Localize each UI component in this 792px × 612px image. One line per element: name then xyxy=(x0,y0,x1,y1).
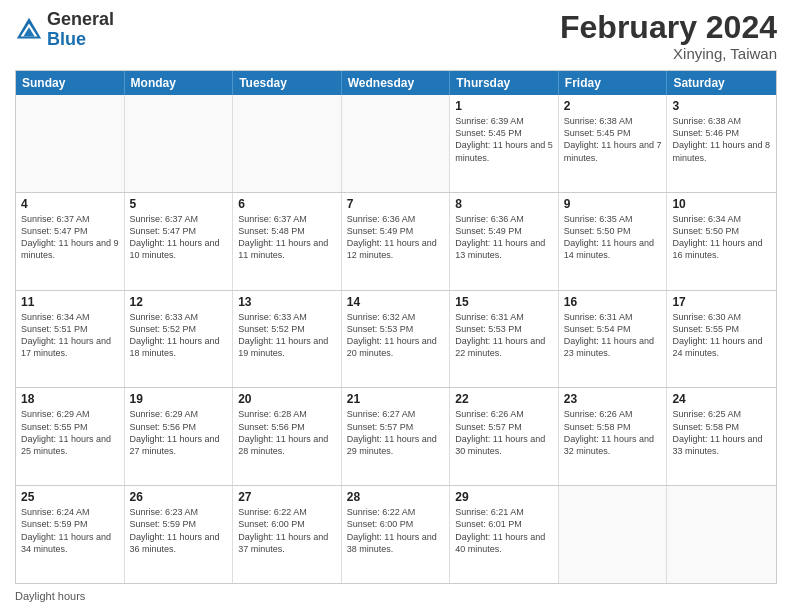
footer: Daylight hours xyxy=(15,590,777,602)
logo: General Blue xyxy=(15,10,114,50)
day-info: Sunrise: 6:35 AMSunset: 5:50 PMDaylight:… xyxy=(564,213,662,262)
day-number: 5 xyxy=(130,197,228,211)
day-number: 9 xyxy=(564,197,662,211)
location: Xinying, Taiwan xyxy=(560,45,777,62)
day-info: Sunrise: 6:22 AMSunset: 6:00 PMDaylight:… xyxy=(238,506,336,555)
header: General Blue February 2024 Xinying, Taiw… xyxy=(15,10,777,62)
calendar-cell xyxy=(16,95,125,192)
calendar-header-cell: Thursday xyxy=(450,71,559,95)
month-year: February 2024 xyxy=(560,10,777,45)
calendar-cell xyxy=(342,95,451,192)
logo-blue-text: Blue xyxy=(47,30,114,50)
calendar-cell: 5Sunrise: 6:37 AMSunset: 5:47 PMDaylight… xyxy=(125,193,234,290)
day-info: Sunrise: 6:33 AMSunset: 5:52 PMDaylight:… xyxy=(238,311,336,360)
calendar-cell: 11Sunrise: 6:34 AMSunset: 5:51 PMDayligh… xyxy=(16,291,125,388)
day-number: 11 xyxy=(21,295,119,309)
logo-text: General Blue xyxy=(47,10,114,50)
day-info: Sunrise: 6:37 AMSunset: 5:47 PMDaylight:… xyxy=(21,213,119,262)
calendar-cell xyxy=(559,486,668,583)
logo-general-text: General xyxy=(47,10,114,30)
day-info: Sunrise: 6:37 AMSunset: 5:47 PMDaylight:… xyxy=(130,213,228,262)
calendar-cell: 6Sunrise: 6:37 AMSunset: 5:48 PMDaylight… xyxy=(233,193,342,290)
day-info: Sunrise: 6:34 AMSunset: 5:51 PMDaylight:… xyxy=(21,311,119,360)
calendar-header-cell: Friday xyxy=(559,71,668,95)
day-info: Sunrise: 6:36 AMSunset: 5:49 PMDaylight:… xyxy=(347,213,445,262)
day-info: Sunrise: 6:29 AMSunset: 5:56 PMDaylight:… xyxy=(130,408,228,457)
calendar-row: 18Sunrise: 6:29 AMSunset: 5:55 PMDayligh… xyxy=(16,387,776,485)
calendar-cell: 2Sunrise: 6:38 AMSunset: 5:45 PMDaylight… xyxy=(559,95,668,192)
day-number: 1 xyxy=(455,99,553,113)
calendar-header-cell: Sunday xyxy=(16,71,125,95)
day-info: Sunrise: 6:29 AMSunset: 5:55 PMDaylight:… xyxy=(21,408,119,457)
calendar-cell: 4Sunrise: 6:37 AMSunset: 5:47 PMDaylight… xyxy=(16,193,125,290)
calendar-cell: 28Sunrise: 6:22 AMSunset: 6:00 PMDayligh… xyxy=(342,486,451,583)
day-number: 14 xyxy=(347,295,445,309)
day-info: Sunrise: 6:38 AMSunset: 5:45 PMDaylight:… xyxy=(564,115,662,164)
day-info: Sunrise: 6:27 AMSunset: 5:57 PMDaylight:… xyxy=(347,408,445,457)
calendar-cell: 26Sunrise: 6:23 AMSunset: 5:59 PMDayligh… xyxy=(125,486,234,583)
day-info: Sunrise: 6:33 AMSunset: 5:52 PMDaylight:… xyxy=(130,311,228,360)
calendar-header-cell: Monday xyxy=(125,71,234,95)
day-number: 28 xyxy=(347,490,445,504)
calendar-cell: 21Sunrise: 6:27 AMSunset: 5:57 PMDayligh… xyxy=(342,388,451,485)
calendar-row: 4Sunrise: 6:37 AMSunset: 5:47 PMDaylight… xyxy=(16,192,776,290)
day-number: 12 xyxy=(130,295,228,309)
calendar-cell: 1Sunrise: 6:39 AMSunset: 5:45 PMDaylight… xyxy=(450,95,559,192)
calendar-cell: 12Sunrise: 6:33 AMSunset: 5:52 PMDayligh… xyxy=(125,291,234,388)
day-info: Sunrise: 6:34 AMSunset: 5:50 PMDaylight:… xyxy=(672,213,771,262)
calendar-header-cell: Wednesday xyxy=(342,71,451,95)
calendar-cell: 17Sunrise: 6:30 AMSunset: 5:55 PMDayligh… xyxy=(667,291,776,388)
calendar-cell: 7Sunrise: 6:36 AMSunset: 5:49 PMDaylight… xyxy=(342,193,451,290)
calendar-header-cell: Saturday xyxy=(667,71,776,95)
day-info: Sunrise: 6:21 AMSunset: 6:01 PMDaylight:… xyxy=(455,506,553,555)
day-number: 10 xyxy=(672,197,771,211)
calendar-cell: 29Sunrise: 6:21 AMSunset: 6:01 PMDayligh… xyxy=(450,486,559,583)
day-info: Sunrise: 6:39 AMSunset: 5:45 PMDaylight:… xyxy=(455,115,553,164)
day-number: 27 xyxy=(238,490,336,504)
calendar-row: 25Sunrise: 6:24 AMSunset: 5:59 PMDayligh… xyxy=(16,485,776,583)
day-number: 16 xyxy=(564,295,662,309)
day-number: 21 xyxy=(347,392,445,406)
day-info: Sunrise: 6:36 AMSunset: 5:49 PMDaylight:… xyxy=(455,213,553,262)
day-number: 29 xyxy=(455,490,553,504)
day-number: 13 xyxy=(238,295,336,309)
day-number: 3 xyxy=(672,99,771,113)
day-number: 7 xyxy=(347,197,445,211)
day-number: 25 xyxy=(21,490,119,504)
day-number: 19 xyxy=(130,392,228,406)
day-info: Sunrise: 6:23 AMSunset: 5:59 PMDaylight:… xyxy=(130,506,228,555)
day-number: 22 xyxy=(455,392,553,406)
calendar-cell: 24Sunrise: 6:25 AMSunset: 5:58 PMDayligh… xyxy=(667,388,776,485)
day-info: Sunrise: 6:25 AMSunset: 5:58 PMDaylight:… xyxy=(672,408,771,457)
day-info: Sunrise: 6:37 AMSunset: 5:48 PMDaylight:… xyxy=(238,213,336,262)
day-info: Sunrise: 6:28 AMSunset: 5:56 PMDaylight:… xyxy=(238,408,336,457)
calendar-row: 11Sunrise: 6:34 AMSunset: 5:51 PMDayligh… xyxy=(16,290,776,388)
day-number: 8 xyxy=(455,197,553,211)
calendar-cell: 14Sunrise: 6:32 AMSunset: 5:53 PMDayligh… xyxy=(342,291,451,388)
day-number: 18 xyxy=(21,392,119,406)
calendar-row: 1Sunrise: 6:39 AMSunset: 5:45 PMDaylight… xyxy=(16,95,776,192)
calendar-cell: 9Sunrise: 6:35 AMSunset: 5:50 PMDaylight… xyxy=(559,193,668,290)
calendar-cell: 15Sunrise: 6:31 AMSunset: 5:53 PMDayligh… xyxy=(450,291,559,388)
calendar-cell: 13Sunrise: 6:33 AMSunset: 5:52 PMDayligh… xyxy=(233,291,342,388)
calendar-header-cell: Tuesday xyxy=(233,71,342,95)
calendar-cell: 8Sunrise: 6:36 AMSunset: 5:49 PMDaylight… xyxy=(450,193,559,290)
day-info: Sunrise: 6:32 AMSunset: 5:53 PMDaylight:… xyxy=(347,311,445,360)
day-info: Sunrise: 6:31 AMSunset: 5:53 PMDaylight:… xyxy=(455,311,553,360)
day-number: 15 xyxy=(455,295,553,309)
day-info: Sunrise: 6:22 AMSunset: 6:00 PMDaylight:… xyxy=(347,506,445,555)
day-number: 24 xyxy=(672,392,771,406)
day-number: 6 xyxy=(238,197,336,211)
daylight-hours-label: Daylight hours xyxy=(15,590,85,602)
calendar-cell: 3Sunrise: 6:38 AMSunset: 5:46 PMDaylight… xyxy=(667,95,776,192)
calendar-cell: 27Sunrise: 6:22 AMSunset: 6:00 PMDayligh… xyxy=(233,486,342,583)
day-number: 2 xyxy=(564,99,662,113)
calendar: SundayMondayTuesdayWednesdayThursdayFrid… xyxy=(15,70,777,584)
calendar-cell xyxy=(667,486,776,583)
logo-icon xyxy=(15,16,43,44)
title-block: February 2024 Xinying, Taiwan xyxy=(560,10,777,62)
calendar-cell: 10Sunrise: 6:34 AMSunset: 5:50 PMDayligh… xyxy=(667,193,776,290)
day-number: 17 xyxy=(672,295,771,309)
page: General Blue February 2024 Xinying, Taiw… xyxy=(0,0,792,612)
day-info: Sunrise: 6:38 AMSunset: 5:46 PMDaylight:… xyxy=(672,115,771,164)
